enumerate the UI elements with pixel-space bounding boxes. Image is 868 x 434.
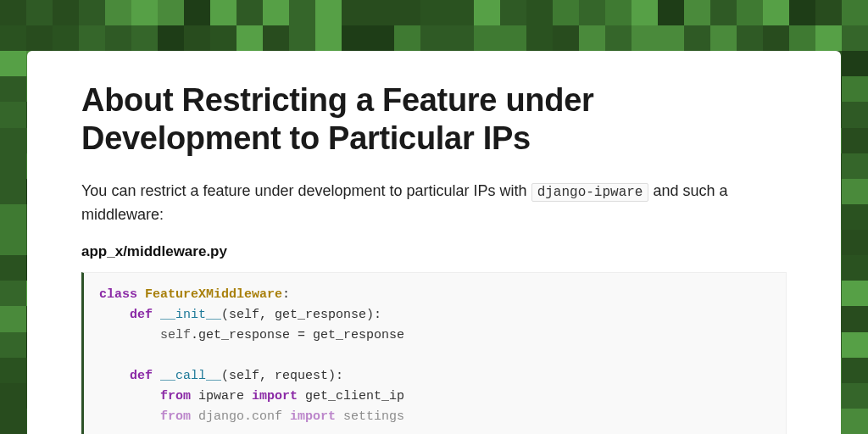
inline-code-package: django-ipware — [531, 183, 649, 202]
code-filename: app_x/middleware.py — [81, 243, 787, 260]
article-card: About Restricting a Feature under Develo… — [27, 51, 841, 434]
intro-paragraph: You can restrict a feature under develop… — [81, 180, 787, 227]
intro-text-before: You can restrict a feature under develop… — [81, 182, 531, 199]
code-block: class FeatureXMiddleware: def __init__(s… — [81, 272, 787, 434]
article-title: About Restricting a Feature under Develo… — [81, 81, 787, 158]
